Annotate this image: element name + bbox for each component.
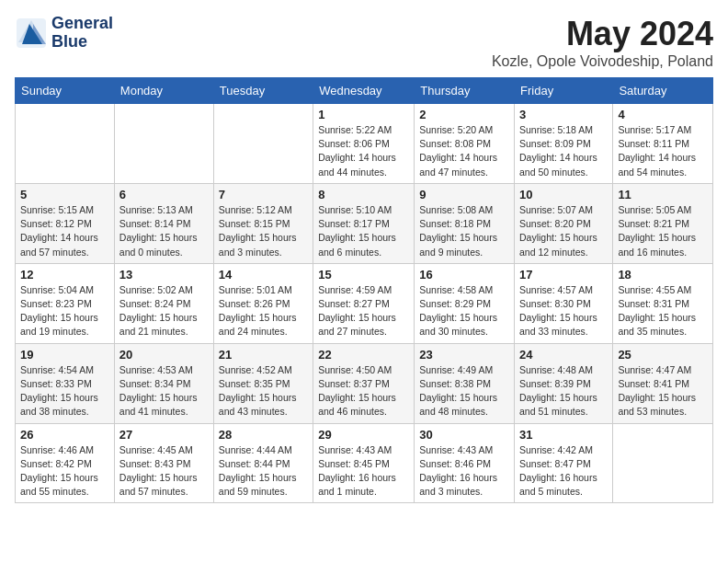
calendar-cell: 7Sunrise: 5:12 AM Sunset: 8:15 PM Daylig… bbox=[213, 183, 313, 263]
day-info: Sunrise: 5:10 AM Sunset: 8:17 PM Dayligh… bbox=[318, 203, 409, 259]
day-number: 13 bbox=[119, 268, 209, 282]
calendar-cell: 23Sunrise: 4:49 AM Sunset: 8:38 PM Dayli… bbox=[415, 343, 515, 423]
day-number: 6 bbox=[119, 188, 209, 201]
weekday-header-friday: Friday bbox=[515, 78, 613, 104]
day-number: 3 bbox=[519, 108, 608, 121]
day-number: 10 bbox=[519, 188, 608, 201]
day-info: Sunrise: 4:42 AM Sunset: 8:47 PM Dayligh… bbox=[519, 443, 608, 500]
day-info: Sunrise: 4:48 AM Sunset: 8:39 PM Dayligh… bbox=[519, 363, 608, 419]
day-number: 29 bbox=[318, 428, 409, 442]
day-number: 28 bbox=[219, 428, 308, 442]
day-number: 15 bbox=[318, 268, 409, 282]
weekday-header-wednesday: Wednesday bbox=[313, 78, 415, 104]
logo-line2: Blue bbox=[51, 33, 113, 52]
day-number: 4 bbox=[618, 108, 708, 121]
location-title: Kozle, Opole Voivodeship, Poland bbox=[492, 53, 713, 70]
calendar-cell: 17Sunrise: 4:57 AM Sunset: 8:30 PM Dayli… bbox=[515, 263, 613, 343]
logo: General Blue bbox=[15, 15, 113, 52]
logo-line1: General bbox=[51, 15, 113, 33]
calendar-cell: 14Sunrise: 5:01 AM Sunset: 8:26 PM Dayli… bbox=[213, 263, 313, 343]
calendar-cell bbox=[16, 104, 115, 184]
day-number: 27 bbox=[119, 428, 209, 442]
day-number: 5 bbox=[20, 188, 109, 201]
week-row-1: 1Sunrise: 5:22 AM Sunset: 8:06 PM Daylig… bbox=[16, 104, 713, 184]
month-title: May 2024 bbox=[492, 15, 713, 53]
day-number: 25 bbox=[618, 348, 708, 362]
calendar-cell bbox=[213, 104, 313, 184]
logo-text: General Blue bbox=[51, 15, 113, 52]
calendar-cell: 6Sunrise: 5:13 AM Sunset: 8:14 PM Daylig… bbox=[114, 183, 213, 263]
week-row-4: 19Sunrise: 4:54 AM Sunset: 8:33 PM Dayli… bbox=[16, 343, 713, 423]
calendar-cell: 29Sunrise: 4:43 AM Sunset: 8:45 PM Dayli… bbox=[313, 423, 415, 503]
day-info: Sunrise: 5:20 AM Sunset: 8:08 PM Dayligh… bbox=[419, 123, 509, 179]
day-number: 19 bbox=[20, 348, 109, 362]
weekday-header-row: SundayMondayTuesdayWednesdayThursdayFrid… bbox=[16, 78, 713, 104]
day-number: 16 bbox=[419, 268, 509, 282]
day-info: Sunrise: 4:43 AM Sunset: 8:46 PM Dayligh… bbox=[419, 443, 509, 500]
calendar-cell: 13Sunrise: 5:02 AM Sunset: 8:24 PM Dayli… bbox=[114, 263, 213, 343]
week-row-5: 26Sunrise: 4:46 AM Sunset: 8:42 PM Dayli… bbox=[16, 423, 713, 503]
day-number: 9 bbox=[419, 188, 509, 201]
day-info: Sunrise: 5:15 AM Sunset: 8:12 PM Dayligh… bbox=[20, 203, 109, 259]
weekday-header-sunday: Sunday bbox=[16, 78, 115, 104]
calendar-cell: 4Sunrise: 5:17 AM Sunset: 8:11 PM Daylig… bbox=[613, 104, 713, 184]
day-info: Sunrise: 4:47 AM Sunset: 8:41 PM Dayligh… bbox=[618, 363, 708, 419]
day-info: Sunrise: 4:58 AM Sunset: 8:29 PM Dayligh… bbox=[419, 283, 509, 339]
day-number: 26 bbox=[20, 428, 109, 442]
day-number: 23 bbox=[419, 348, 509, 362]
calendar-cell: 28Sunrise: 4:44 AM Sunset: 8:44 PM Dayli… bbox=[213, 423, 313, 503]
day-info: Sunrise: 4:55 AM Sunset: 8:31 PM Dayligh… bbox=[618, 283, 708, 339]
calendar-cell: 19Sunrise: 4:54 AM Sunset: 8:33 PM Dayli… bbox=[16, 343, 115, 423]
calendar-cell: 5Sunrise: 5:15 AM Sunset: 8:12 PM Daylig… bbox=[16, 183, 115, 263]
calendar-cell: 12Sunrise: 5:04 AM Sunset: 8:23 PM Dayli… bbox=[16, 263, 115, 343]
calendar-cell: 3Sunrise: 5:18 AM Sunset: 8:09 PM Daylig… bbox=[515, 104, 613, 184]
day-info: Sunrise: 4:54 AM Sunset: 8:33 PM Dayligh… bbox=[20, 363, 109, 419]
day-info: Sunrise: 4:43 AM Sunset: 8:45 PM Dayligh… bbox=[318, 443, 409, 500]
day-info: Sunrise: 4:45 AM Sunset: 8:43 PM Dayligh… bbox=[119, 443, 209, 500]
day-info: Sunrise: 5:17 AM Sunset: 8:11 PM Dayligh… bbox=[618, 123, 708, 179]
day-number: 12 bbox=[20, 268, 109, 282]
day-info: Sunrise: 5:13 AM Sunset: 8:14 PM Dayligh… bbox=[119, 203, 209, 259]
day-number: 14 bbox=[219, 268, 308, 282]
calendar-cell: 21Sunrise: 4:52 AM Sunset: 8:35 PM Dayli… bbox=[213, 343, 313, 423]
day-number: 2 bbox=[419, 108, 509, 121]
week-row-3: 12Sunrise: 5:04 AM Sunset: 8:23 PM Dayli… bbox=[16, 263, 713, 343]
calendar-cell: 26Sunrise: 4:46 AM Sunset: 8:42 PM Dayli… bbox=[16, 423, 115, 503]
weekday-header-tuesday: Tuesday bbox=[213, 78, 313, 104]
logo-icon bbox=[15, 17, 48, 50]
weekday-header-monday: Monday bbox=[114, 78, 213, 104]
day-number: 17 bbox=[519, 268, 608, 282]
calendar-cell: 31Sunrise: 4:42 AM Sunset: 8:47 PM Dayli… bbox=[515, 423, 613, 503]
day-number: 11 bbox=[618, 188, 708, 201]
day-number: 20 bbox=[119, 348, 209, 362]
day-number: 24 bbox=[519, 348, 608, 362]
calendar-cell: 16Sunrise: 4:58 AM Sunset: 8:29 PM Dayli… bbox=[415, 263, 515, 343]
day-info: Sunrise: 5:07 AM Sunset: 8:20 PM Dayligh… bbox=[519, 203, 608, 259]
day-info: Sunrise: 4:53 AM Sunset: 8:34 PM Dayligh… bbox=[119, 363, 209, 419]
day-info: Sunrise: 4:46 AM Sunset: 8:42 PM Dayligh… bbox=[20, 443, 109, 500]
week-row-2: 5Sunrise: 5:15 AM Sunset: 8:12 PM Daylig… bbox=[16, 183, 713, 263]
weekday-header-saturday: Saturday bbox=[613, 78, 713, 104]
calendar-cell: 25Sunrise: 4:47 AM Sunset: 8:41 PM Dayli… bbox=[613, 343, 713, 423]
day-info: Sunrise: 4:57 AM Sunset: 8:30 PM Dayligh… bbox=[519, 283, 608, 339]
calendar-cell: 20Sunrise: 4:53 AM Sunset: 8:34 PM Dayli… bbox=[114, 343, 213, 423]
day-number: 7 bbox=[219, 188, 308, 201]
calendar-cell: 10Sunrise: 5:07 AM Sunset: 8:20 PM Dayli… bbox=[515, 183, 613, 263]
day-number: 31 bbox=[519, 428, 608, 442]
day-number: 22 bbox=[318, 348, 409, 362]
calendar-cell: 30Sunrise: 4:43 AM Sunset: 8:46 PM Dayli… bbox=[415, 423, 515, 503]
day-info: Sunrise: 5:01 AM Sunset: 8:26 PM Dayligh… bbox=[219, 283, 308, 339]
day-info: Sunrise: 5:05 AM Sunset: 8:21 PM Dayligh… bbox=[618, 203, 708, 259]
day-info: Sunrise: 5:02 AM Sunset: 8:24 PM Dayligh… bbox=[119, 283, 209, 339]
title-area: May 2024 Kozle, Opole Voivodeship, Polan… bbox=[492, 15, 713, 70]
calendar-cell: 27Sunrise: 4:45 AM Sunset: 8:43 PM Dayli… bbox=[114, 423, 213, 503]
day-info: Sunrise: 5:18 AM Sunset: 8:09 PM Dayligh… bbox=[519, 123, 608, 179]
day-info: Sunrise: 5:22 AM Sunset: 8:06 PM Dayligh… bbox=[318, 123, 409, 179]
day-number: 1 bbox=[318, 108, 409, 121]
day-number: 18 bbox=[618, 268, 708, 282]
day-info: Sunrise: 4:49 AM Sunset: 8:38 PM Dayligh… bbox=[419, 363, 509, 419]
day-info: Sunrise: 5:12 AM Sunset: 8:15 PM Dayligh… bbox=[219, 203, 308, 259]
day-number: 30 bbox=[419, 428, 509, 442]
day-number: 21 bbox=[219, 348, 308, 362]
weekday-header-thursday: Thursday bbox=[415, 78, 515, 104]
